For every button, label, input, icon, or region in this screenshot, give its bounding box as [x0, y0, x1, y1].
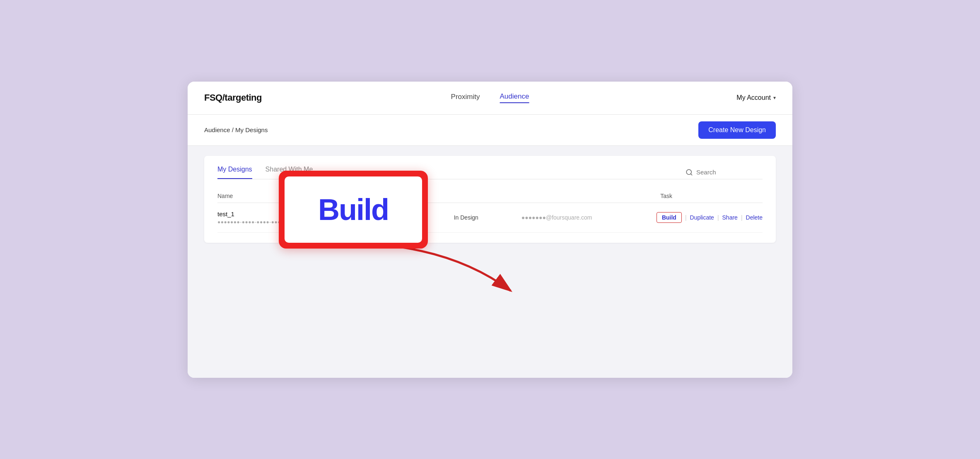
delete-link[interactable]: Delete [746, 214, 763, 221]
duplicate-link[interactable]: Duplicate [690, 214, 714, 221]
col-status [456, 193, 524, 199]
nav-audience[interactable]: Audience [500, 92, 529, 103]
chevron-down-icon: ▾ [773, 95, 776, 101]
designs-card: My Designs Shared With Me Name Task [204, 156, 776, 243]
nav-proximity[interactable]: Proximity [451, 93, 480, 103]
svg-line-1 [690, 174, 692, 175]
col-task: Task [660, 193, 763, 199]
account-label: My Account [736, 94, 771, 101]
app-logo: FSQ/targeting [204, 92, 262, 103]
tab-group: My Designs Shared With Me [217, 166, 313, 179]
header: FSQ/targeting Proximity Audience My Acco… [188, 82, 792, 115]
design-date: Feb 14, 2024 [352, 214, 454, 221]
main-window: FSQ/targeting Proximity Audience My Acco… [188, 82, 792, 378]
content-area: My Designs Shared With Me Name Task [188, 146, 792, 378]
share-link[interactable]: Share [722, 214, 738, 221]
col-date [354, 193, 456, 199]
breadcrumb-bar: Audience / My Designs Create New Design [188, 115, 792, 146]
design-name: test_1 [217, 210, 352, 217]
tab-my-designs[interactable]: My Designs [217, 166, 252, 179]
search-input[interactable] [696, 169, 763, 176]
breadcrumb: Audience / My Designs [204, 126, 268, 133]
account-menu[interactable]: My Account ▾ [736, 94, 776, 101]
tab-shared-with-me[interactable]: Shared With Me [266, 166, 313, 179]
row-actions: Build | Duplicate | Share | Delete [657, 212, 763, 223]
row-name-cell: test_1 ●●●●●●●-●●●●-●●●●-●●●●-●●●●●●●●●●… [217, 210, 352, 225]
col-name: Name [217, 193, 354, 199]
table-row: test_1 ●●●●●●●-●●●●-●●●●-●●●●-●●●●●●●●●●… [217, 203, 763, 233]
search-icon [686, 169, 693, 176]
table-header: Name Task [217, 189, 763, 203]
design-owner-email: ●●●●●●●@foursquare.com [521, 214, 657, 221]
search-box [686, 169, 763, 176]
create-new-design-button[interactable]: Create New Design [698, 121, 776, 139]
callout-arrow [378, 237, 519, 303]
col-owner [524, 193, 660, 199]
main-nav: Proximity Audience [451, 92, 529, 103]
design-id: ●●●●●●●-●●●●-●●●●-●●●●-●●●●●●●●●●● [217, 219, 352, 225]
design-status: In Design [454, 214, 521, 221]
tabs-row: My Designs Shared With Me [217, 166, 763, 179]
build-button[interactable]: Build [657, 212, 682, 223]
